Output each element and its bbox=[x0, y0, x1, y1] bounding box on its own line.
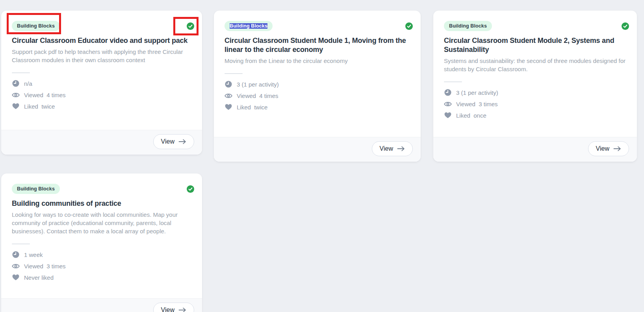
clock-icon bbox=[12, 80, 20, 87]
duration-text: 3 (1 per activity) bbox=[456, 89, 498, 96]
resource-card-grid: Building Blocks Circular Classroom Educa… bbox=[0, 0, 644, 312]
views-stat: Viewed 3 times bbox=[12, 262, 194, 270]
views-stat: Viewed 4 times bbox=[12, 91, 194, 98]
card-stats: 1 week Viewed 3 times Never liked bbox=[12, 251, 194, 281]
duration-text: 1 week bbox=[24, 251, 43, 258]
eye-icon bbox=[225, 92, 232, 99]
clock-icon bbox=[225, 81, 232, 88]
card-description: Moving from the Linear to the circular e… bbox=[225, 57, 413, 65]
card-title: Circular Classroom Student Module 1, Mov… bbox=[225, 36, 413, 54]
eye-icon bbox=[12, 91, 20, 98]
resource-card: Building Blocks Building communities of … bbox=[1, 174, 202, 312]
card-footer: View bbox=[433, 137, 637, 162]
heart-icon bbox=[12, 274, 20, 281]
category-badge: Building Blocks bbox=[12, 184, 60, 194]
card-footer: View bbox=[1, 298, 202, 312]
resource-card: Building Blocks Circular Classroom Stude… bbox=[214, 11, 421, 162]
card-description: Support pack pdf to help teachers with a… bbox=[12, 48, 194, 64]
category-badge-label: Building Blocks bbox=[17, 186, 55, 192]
view-button[interactable]: View bbox=[153, 303, 194, 312]
clock-icon bbox=[444, 89, 452, 96]
view-button[interactable]: View bbox=[153, 134, 194, 149]
card-footer: View bbox=[214, 137, 421, 162]
category-badge: Building Blocks bbox=[225, 21, 273, 31]
heart-icon bbox=[444, 112, 452, 119]
card-stats: n/a Viewed 4 times Liked twice bbox=[12, 80, 194, 110]
completed-check-icon bbox=[405, 22, 413, 30]
card-description: Looking for ways to co-create with local… bbox=[12, 210, 194, 235]
duration-stat: 1 week bbox=[12, 251, 194, 258]
card-footer: View bbox=[1, 130, 202, 155]
category-badge-label: Building Blocks bbox=[449, 23, 487, 29]
divider bbox=[12, 72, 30, 73]
duration-text: 3 (1 per activity) bbox=[237, 81, 279, 88]
views-stat: Viewed 3 times bbox=[444, 100, 629, 107]
badge-row: Building Blocks bbox=[225, 21, 413, 31]
badge-row: Building Blocks bbox=[12, 21, 194, 31]
eye-icon bbox=[444, 100, 452, 107]
card-title: Circular Classroom Educator video and su… bbox=[12, 36, 194, 45]
likes-stat: Never liked bbox=[12, 274, 194, 281]
category-badge-label-selected: Building Blocks bbox=[230, 23, 267, 29]
views-text: Viewed 4 times bbox=[237, 92, 278, 99]
likes-stat: Liked twice bbox=[225, 103, 413, 111]
card-title: Circular Classroom Student Module 2, Sys… bbox=[444, 36, 629, 54]
card-description: Systems and sustainability: the second o… bbox=[444, 57, 629, 73]
duration-stat: 3 (1 per activity) bbox=[225, 81, 413, 88]
clock-icon bbox=[12, 251, 20, 258]
view-button[interactable]: View bbox=[588, 141, 629, 156]
likes-stat: Liked once bbox=[444, 112, 629, 119]
likes-text: Liked twice bbox=[237, 104, 267, 111]
eye-icon bbox=[12, 262, 20, 270]
views-stat: Viewed 4 times bbox=[225, 92, 413, 99]
view-button-label: View bbox=[161, 306, 174, 312]
duration-stat: 3 (1 per activity) bbox=[444, 89, 629, 96]
resource-card: Building Blocks Circular Classroom Stude… bbox=[433, 11, 637, 162]
view-button[interactable]: View bbox=[372, 141, 413, 156]
card-stats: 3 (1 per activity) Viewed 4 times Liked … bbox=[225, 81, 413, 111]
completed-check-icon bbox=[187, 22, 194, 30]
category-badge: Building Blocks bbox=[444, 21, 492, 31]
heart-icon bbox=[12, 103, 20, 110]
views-text: Viewed 3 times bbox=[456, 101, 498, 107]
view-button-label: View bbox=[380, 145, 393, 152]
divider bbox=[444, 81, 462, 82]
divider bbox=[225, 73, 243, 74]
likes-stat: Liked twice bbox=[12, 103, 194, 110]
duration-stat: n/a bbox=[12, 80, 194, 87]
likes-text: Liked twice bbox=[24, 103, 55, 110]
likes-text: Liked once bbox=[456, 112, 486, 119]
heart-icon bbox=[225, 103, 232, 111]
badge-row: Building Blocks bbox=[12, 184, 194, 194]
completed-check-icon bbox=[622, 22, 629, 30]
views-text: Viewed 4 times bbox=[24, 92, 66, 98]
views-text: Viewed 3 times bbox=[24, 263, 66, 270]
duration-text: n/a bbox=[24, 80, 32, 87]
completed-check-icon bbox=[187, 185, 194, 193]
card-stats: 3 (1 per activity) Viewed 3 times Liked … bbox=[444, 89, 629, 119]
arrow-right-icon bbox=[178, 139, 186, 144]
badge-row: Building Blocks bbox=[444, 21, 629, 31]
view-button-label: View bbox=[161, 138, 174, 145]
arrow-right-icon bbox=[178, 307, 186, 312]
category-badge: Building Blocks bbox=[12, 21, 60, 31]
view-button-label: View bbox=[596, 145, 609, 152]
arrow-right-icon bbox=[397, 146, 405, 151]
arrow-right-icon bbox=[613, 146, 621, 151]
likes-text: Never liked bbox=[24, 274, 54, 281]
category-badge-label: Building Blocks bbox=[17, 23, 55, 29]
resource-card: Building Blocks Circular Classroom Educa… bbox=[1, 11, 202, 155]
card-title: Building communities of practice bbox=[12, 199, 194, 208]
divider bbox=[12, 244, 30, 244]
